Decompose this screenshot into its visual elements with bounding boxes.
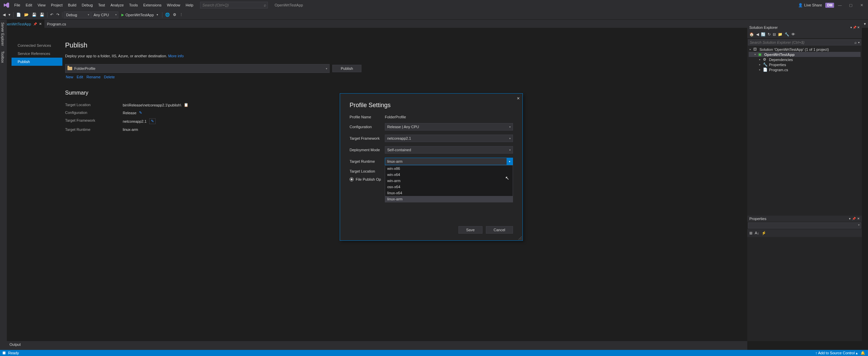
copy-icon[interactable]: 📋 (184, 103, 189, 107)
save-button[interactable]: Save (458, 226, 482, 234)
edit-icon[interactable]: ✎ (139, 111, 142, 115)
properties-object-dropdown[interactable] (748, 222, 861, 229)
solution-search[interactable]: ⌕ ▾ (748, 39, 861, 45)
more-info-link[interactable]: More info (168, 54, 184, 58)
runtime-option[interactable]: linux-x64 (385, 190, 513, 196)
properties-icon[interactable]: 🔧 (784, 32, 790, 37)
profile-edit-link[interactable]: Edit (77, 75, 83, 79)
pin-icon[interactable]: 📌 (33, 22, 37, 26)
search-input[interactable] (202, 3, 265, 7)
refresh-icon[interactable]: ↻ (767, 32, 771, 37)
target-runtime-dropdown[interactable]: linux-arm ▾ win-x86 win-x64 win-arm osx-… (385, 158, 513, 165)
user-avatar[interactable]: DM (825, 3, 834, 8)
menu-test[interactable]: Test (96, 0, 108, 10)
expand-icon[interactable]: ▸ (749, 48, 752, 51)
save-button[interactable]: 💾 (31, 12, 38, 18)
solution-search-input[interactable] (750, 40, 854, 44)
toolbox-tab[interactable]: Toolbox (0, 48, 5, 65)
live-share-button[interactable]: 👤 Live Share (795, 2, 825, 9)
settings-button[interactable]: ⚙ (172, 12, 178, 18)
output-panel-tab[interactable]: Output (7, 341, 747, 350)
runtime-option[interactable]: osx-x64 (385, 184, 513, 190)
nav-publish[interactable]: Publish (12, 58, 62, 66)
nav-forward-button[interactable]: ▾ (7, 12, 12, 18)
framework-dropdown[interactable]: netcoreapp2.1 (385, 135, 513, 142)
events-icon[interactable]: ⚡ (761, 230, 767, 236)
menu-file[interactable]: File (12, 0, 23, 10)
chevron-down-icon[interactable]: ▾ (858, 41, 860, 44)
edit-icon[interactable]: ✎ (149, 118, 156, 124)
runtime-option[interactable]: win-arm (385, 178, 513, 184)
cancel-button[interactable]: Cancel (486, 226, 513, 234)
menu-analyze[interactable]: Analyze (108, 0, 126, 10)
menu-window[interactable]: Window (164, 0, 183, 10)
dropdown-icon[interactable]: ▾ (850, 26, 852, 29)
menu-debug[interactable]: Debug (79, 0, 95, 10)
sync-icon[interactable]: 🔄 (760, 32, 766, 37)
minimize-button[interactable]: — (835, 0, 845, 10)
menu-edit[interactable]: Edit (23, 0, 35, 10)
alphabetical-icon[interactable]: A↓ (754, 230, 760, 236)
menu-extensions[interactable]: Extensions (141, 0, 164, 10)
nav-service-references[interactable]: Service References (12, 50, 62, 58)
home-icon[interactable]: 🏠 (749, 32, 755, 37)
dependencies-node[interactable]: ▸ ⚙ Dependencies (749, 57, 861, 62)
quick-launch-search[interactable]: ⌕ (200, 2, 268, 8)
close-icon[interactable]: ✕ (857, 26, 860, 29)
collapse-icon[interactable]: ⊟ (772, 32, 776, 37)
nav-back-button[interactable]: ◀ (1, 12, 7, 18)
menu-project[interactable]: Project (48, 0, 65, 10)
resize-grip-icon[interactable] (518, 236, 522, 240)
profile-rename-link[interactable]: Rename (86, 75, 101, 79)
configuration-dropdown[interactable]: Release | Any CPU (385, 123, 513, 131)
notifications-icon[interactable]: 🔔 (861, 351, 865, 355)
categorized-icon[interactable]: ⊞ (749, 230, 753, 236)
close-window-button[interactable]: ✕ (856, 0, 867, 10)
menu-tools[interactable]: Tools (126, 0, 141, 10)
profile-new-link[interactable]: New (66, 75, 73, 79)
open-file-button[interactable]: 📂 (23, 12, 30, 18)
tab-program-cs[interactable]: Program.cs (44, 20, 69, 28)
solution-config-dropdown[interactable]: Debug (64, 12, 91, 18)
profile-delete-link[interactable]: Delete (104, 75, 115, 79)
browse-button[interactable]: 🌐 (164, 12, 171, 18)
deployment-mode-dropdown[interactable]: Self-contained (385, 146, 513, 154)
undo-button[interactable]: ↶ (49, 12, 55, 18)
close-icon[interactable]: ✕ (857, 217, 860, 220)
solution-platform-dropdown[interactable]: Any CPU (91, 12, 118, 18)
publish-button[interactable]: Publish (332, 65, 361, 72)
properties-node[interactable]: ▸ 🔧 Properties (749, 62, 861, 67)
expand-icon[interactable]: ▸ (758, 68, 762, 71)
runtime-option[interactable]: win-x64 (385, 172, 513, 178)
pin-icon[interactable]: 📌 (853, 26, 856, 29)
maximize-button[interactable]: ▢ (846, 0, 856, 10)
pin-icon[interactable]: 📌 (852, 217, 856, 220)
show-all-icon[interactable]: 📁 (777, 32, 783, 37)
start-debugging-button[interactable]: ▶ OpenWrtTestApp ▾ (119, 12, 161, 18)
expand-icon[interactable]: ▸ (758, 63, 762, 66)
dialog-close-button[interactable]: ✕ (517, 96, 520, 101)
file-node[interactable]: ▸ 📄 Program.cs (749, 67, 861, 72)
save-all-button[interactable]: 💾 (38, 12, 46, 18)
runtime-option-selected[interactable]: linux-arm (385, 196, 513, 202)
expand-icon[interactable]: ▸ (758, 58, 762, 61)
source-control-button[interactable]: ↑ Add to Source Control ▴ (815, 351, 858, 355)
new-project-button[interactable]: 📄 (15, 12, 22, 18)
profile-dropdown[interactable]: FolderProfile (65, 64, 330, 73)
tab-overflow-button[interactable]: ▾ (862, 20, 868, 28)
preview-icon[interactable]: 👁 (791, 32, 796, 37)
collapse-icon[interactable]: ▾ (753, 53, 757, 56)
menu-view[interactable]: View (35, 0, 48, 10)
server-explorer-tab[interactable]: Server Explorer (0, 20, 5, 48)
project-node[interactable]: ▾ ▣ OpenWrtTestApp (749, 52, 861, 57)
menu-help[interactable]: Help (183, 0, 196, 10)
menu-build[interactable]: Build (65, 0, 79, 10)
nav-connected-services[interactable]: Connected Services (12, 41, 62, 50)
dropdown-icon[interactable]: ▾ (849, 217, 851, 220)
redo-button[interactable]: ↷ (55, 12, 61, 18)
solution-node[interactable]: ▸ ⚃ Solution 'OpenWrtTestApp' (1 of 1 pr… (749, 47, 861, 52)
runtime-option[interactable]: win-x86 (385, 165, 513, 172)
back-icon[interactable]: ◀ (755, 32, 760, 37)
overflow-button[interactable]: ⋮ (178, 12, 184, 18)
close-icon[interactable]: ✕ (39, 22, 42, 26)
